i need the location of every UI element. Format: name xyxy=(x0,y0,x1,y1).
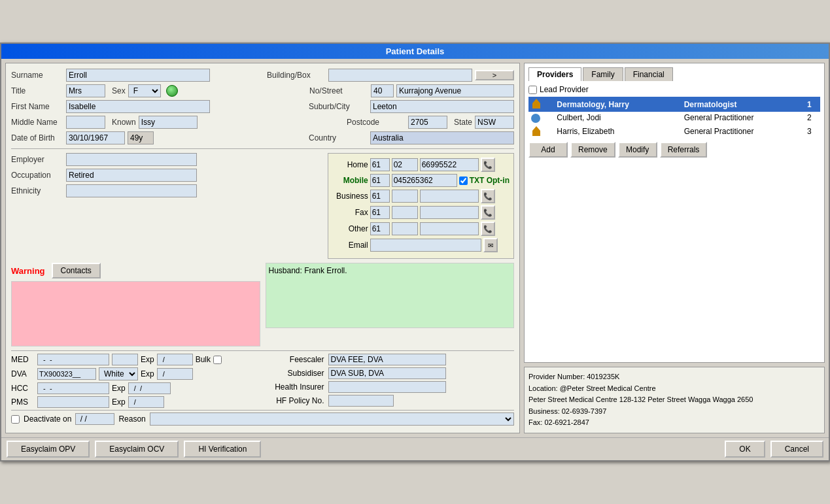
pms-exp-input[interactable] xyxy=(128,396,164,408)
building-input[interactable] xyxy=(328,69,472,82)
dva-exp-input[interactable] xyxy=(157,368,193,380)
notes-text: Husband: Frank Erroll. xyxy=(269,266,347,275)
pms-label: PMS xyxy=(11,397,35,407)
referrals-button[interactable]: Referrals xyxy=(660,142,708,158)
provider-row-2[interactable]: Culbert, Jodi General Practitioner 2 xyxy=(528,112,820,124)
other-phone-label: Other xyxy=(332,224,368,233)
hcc-number-input[interactable] xyxy=(37,382,109,394)
postcode-input[interactable] xyxy=(408,116,447,129)
provider-name-2: Culbert, Jodi xyxy=(554,112,681,124)
firstname-input[interactable] xyxy=(66,100,210,113)
txt-optin-checkbox[interactable] xyxy=(459,176,468,185)
reason-select[interactable] xyxy=(150,412,514,426)
other-phone-icon[interactable]: 📞 xyxy=(481,222,495,236)
occupation-row: Occupation xyxy=(11,169,316,182)
fax-phone-icon[interactable]: 📞 xyxy=(481,205,495,220)
bulk-checkbox[interactable] xyxy=(213,356,222,364)
easyclaim-opv-button[interactable]: Easyclaim OPV xyxy=(7,441,90,458)
hf-policy-input[interactable] xyxy=(328,395,394,407)
provider-row-3[interactable]: Harris, Elizabeth General Practitioner 3 xyxy=(528,124,820,139)
easyclaim-ocv-button[interactable]: Easyclaim OCV xyxy=(95,441,179,458)
fax-num-input[interactable] xyxy=(420,206,479,219)
sex-select[interactable]: F M U xyxy=(128,84,161,97)
employer-section: Employer Occupation Ethnicity xyxy=(11,153,316,259)
business-phone-icon[interactable]: 📞 xyxy=(481,189,495,203)
provider-row-1[interactable]: Dermatology, Harry Dermatologist 1 xyxy=(528,97,820,112)
home-num-input[interactable] xyxy=(420,158,479,171)
home-phone-icon[interactable]: 📞 xyxy=(481,158,495,172)
business-cc-input[interactable] xyxy=(370,190,390,203)
deactivate-label: Deactivate on xyxy=(24,414,71,424)
other-num-input[interactable] xyxy=(420,222,479,235)
occupation-label: Occupation xyxy=(11,171,63,180)
tab-financial[interactable]: Financial xyxy=(625,67,673,81)
hcc-exp-input[interactable] xyxy=(128,382,171,394)
provider-role-3: General Practitioner xyxy=(682,124,804,139)
fax-cc-input[interactable] xyxy=(370,206,390,219)
feescaler-input[interactable] xyxy=(328,354,446,365)
reason-label: Reason xyxy=(118,414,145,424)
state-input[interactable] xyxy=(475,116,514,129)
bottom-bar: Easyclaim OPV Easyclaim OCV HI Verificat… xyxy=(1,437,829,460)
ok-button[interactable]: OK xyxy=(725,441,765,458)
ethnicity-label: Ethnicity xyxy=(11,186,63,195)
dva-color-select[interactable]: White Gold Orange xyxy=(99,367,138,380)
country-label: Country xyxy=(309,133,368,143)
mobile-num-input[interactable] xyxy=(392,174,457,187)
modify-provider-button[interactable]: Modify xyxy=(618,142,657,158)
mobile-cc-input[interactable] xyxy=(370,174,390,187)
fax-row: Fax 📞 xyxy=(332,205,510,220)
cancel-button[interactable]: Cancel xyxy=(770,441,823,458)
hi-verification-button[interactable]: HI Verification xyxy=(184,441,261,458)
health-insurer-row: Health Insurer xyxy=(266,381,515,393)
surname-input[interactable]: Erroll xyxy=(66,69,210,82)
pms-number-input[interactable] xyxy=(37,396,109,408)
suburb-input[interactable] xyxy=(370,100,514,113)
deactivate-checkbox[interactable] xyxy=(11,415,20,424)
tab-family[interactable]: Family xyxy=(583,67,623,81)
contacts-button[interactable]: Contacts xyxy=(52,263,101,278)
health-insurer-input[interactable] xyxy=(328,381,446,393)
occupation-input[interactable] xyxy=(66,169,197,182)
fax-area-input[interactable] xyxy=(392,206,418,219)
med-number-input[interactable] xyxy=(37,354,109,365)
email-row: Email ✉ xyxy=(332,238,510,252)
subsidiser-input[interactable] xyxy=(328,367,446,379)
email-icon[interactable]: ✉ xyxy=(483,238,498,252)
lead-provider-checkbox[interactable] xyxy=(528,86,537,94)
subsidiser-label: Subsidiser xyxy=(266,369,324,378)
building-expand-button[interactable]: > xyxy=(475,70,514,80)
deactivate-date-input[interactable] xyxy=(75,413,114,425)
home-cc-input[interactable] xyxy=(370,158,390,171)
med-ref-input[interactable] xyxy=(112,354,138,365)
notes-column: Husband: Frank Erroll. xyxy=(266,263,515,346)
tab-providers[interactable]: Providers xyxy=(528,67,581,81)
lead-provider-label: Lead Provider xyxy=(540,85,589,94)
employer-row: Employer xyxy=(11,153,316,166)
other-area-input[interactable] xyxy=(392,222,418,235)
ethnicity-input[interactable] xyxy=(66,184,197,197)
provider-num-2: 2 xyxy=(804,112,820,124)
title-input[interactable]: Mrs xyxy=(66,84,105,97)
dva-label: DVA xyxy=(11,369,35,378)
title-label: Title xyxy=(11,86,63,95)
dva-number-input[interactable] xyxy=(37,368,96,380)
provider-num-3: 3 xyxy=(804,124,820,139)
street-name-input[interactable] xyxy=(396,84,514,97)
med-exp-input[interactable] xyxy=(157,354,193,365)
business-num-input[interactable] xyxy=(420,190,479,203)
remove-provider-button[interactable]: Remove xyxy=(570,142,615,158)
notes-area[interactable]: Husband: Frank Erroll. xyxy=(266,263,515,328)
add-provider-button[interactable]: Add xyxy=(528,142,568,158)
email-input[interactable] xyxy=(370,239,481,252)
business-area-input[interactable] xyxy=(392,190,418,203)
dob-input[interactable] xyxy=(66,131,125,144)
home-area-input[interactable] xyxy=(392,158,418,171)
known-input[interactable] xyxy=(139,116,198,129)
warning-notes-section: Warning Contacts Husband: Frank Erroll. xyxy=(11,263,514,346)
employer-input[interactable] xyxy=(66,153,197,166)
other-cc-input[interactable] xyxy=(370,222,390,235)
country-input[interactable] xyxy=(370,131,514,144)
middlename-input[interactable] xyxy=(66,116,105,129)
street-no-input[interactable] xyxy=(371,84,394,97)
